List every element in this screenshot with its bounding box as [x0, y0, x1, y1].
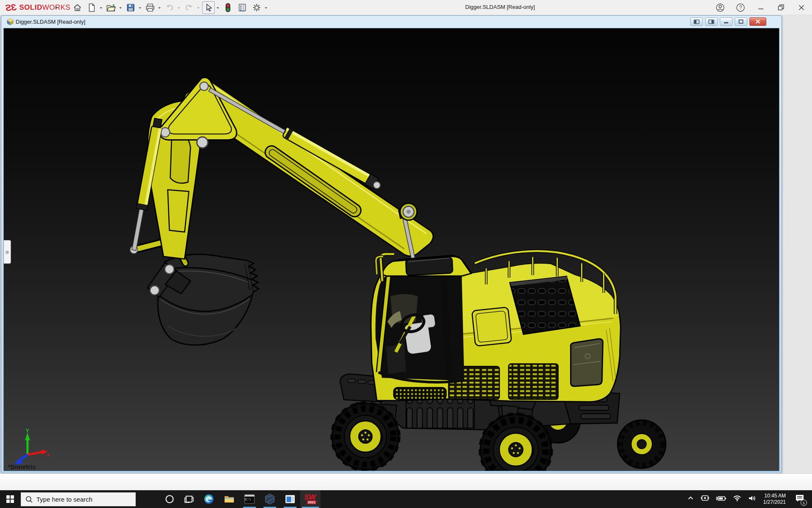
hexagon-app-icon — [264, 493, 276, 505]
right-pane-icon — [708, 19, 714, 24]
document-window: Digger.SLDASM [Read-only] — [1, 15, 782, 473]
tray-volume-button[interactable] — [748, 495, 757, 503]
open-button[interactable] — [105, 1, 118, 14]
save-icon — [126, 3, 135, 12]
command-prompt-label: C:\ — [245, 497, 251, 501]
undo-icon — [165, 3, 175, 12]
minimize-button[interactable] — [754, 1, 768, 14]
wheel-far-rear[interactable] — [617, 420, 666, 468]
windows-logo-icon — [6, 495, 14, 503]
doc-close-button[interactable] — [749, 17, 766, 26]
assembly-file-icon — [6, 18, 14, 26]
taskbar-app-window[interactable] — [280, 490, 300, 508]
redo-dropdown[interactable] — [197, 7, 200, 10]
solidworks-logo-mark: ЗS — [5, 2, 17, 13]
open-icon — [106, 3, 116, 12]
taskbar-clock[interactable]: 10:45 AM 1/27/2021 — [763, 493, 786, 505]
cylinder-pin — [373, 182, 380, 188]
print-icon — [145, 3, 155, 12]
options-dropdown[interactable] — [265, 7, 267, 10]
select-cursor-icon — [204, 3, 213, 12]
svg-text:?: ? — [739, 5, 742, 11]
undo-button[interactable] — [163, 1, 176, 14]
doc-maximize-button[interactable] — [735, 17, 747, 26]
taskbar-app-file-explorer[interactable] — [219, 490, 239, 508]
close-icon — [798, 5, 804, 11]
taskbar: Type here to search C:\ SW 2021 — [0, 490, 812, 508]
task-view-button[interactable] — [179, 490, 199, 508]
account-icon — [716, 3, 725, 12]
notification-badge: 1 — [801, 500, 807, 506]
tray-battery-button[interactable] — [716, 495, 726, 503]
model-canvas[interactable] — [4, 28, 779, 471]
select-tool-button[interactable] — [202, 1, 215, 14]
print-dropdown[interactable] — [158, 7, 161, 10]
task-properties-button[interactable] — [236, 1, 249, 14]
cab[interactable] — [376, 254, 471, 382]
wheel-rear-right[interactable] — [480, 414, 551, 471]
restore-button[interactable] — [774, 1, 788, 14]
tray-wifi-button[interactable] — [733, 495, 741, 503]
graphics-viewport[interactable]: Y x *Dimetric — [3, 28, 779, 471]
doc-minimize-button[interactable] — [720, 17, 732, 26]
new-document-button[interactable] — [85, 1, 98, 14]
tray-chevron-button[interactable] — [687, 495, 694, 503]
orientation-triad: Y x — [11, 428, 49, 469]
left-pane-toggle-button[interactable] — [690, 17, 703, 26]
status-bar — [0, 473, 812, 490]
taskbar-app-command-prompt[interactable]: C:\ — [239, 490, 260, 508]
solidworks-logo: ЗS SOLID WORKS — [6, 3, 71, 13]
wheel-front-left[interactable] — [332, 403, 399, 470]
rebuild-traffic-light-icon — [225, 3, 231, 13]
wifi-icon — [733, 495, 741, 502]
help-button[interactable]: ? — [733, 1, 748, 14]
account-button[interactable] — [713, 1, 727, 14]
app-window-title: Digger.SLDASM [Read-only] — [465, 4, 535, 10]
undo-dropdown[interactable] — [178, 7, 180, 10]
doc-maximize-icon — [738, 19, 743, 24]
file-explorer-icon — [224, 494, 235, 505]
step-strip — [394, 387, 446, 399]
menu-flyout-arrow[interactable]: ▸ — [55, 4, 58, 10]
options-button[interactable] — [250, 1, 263, 14]
edge-icon — [203, 494, 214, 505]
save-button[interactable] — [124, 1, 137, 14]
feature-tree-collapsed-tab[interactable] — [4, 240, 11, 264]
home-icon — [73, 3, 82, 12]
print-button[interactable] — [144, 1, 156, 14]
taskbar-app-solidworks[interactable]: SW 2021 — [300, 490, 321, 508]
triad-y-label: Y — [26, 428, 29, 434]
app-titlebar: ЗS SOLID WORKS ▸ — [0, 0, 812, 15]
left-pane-icon — [694, 19, 700, 24]
open-dropdown[interactable] — [119, 7, 122, 10]
tray-cast-button[interactable] — [701, 494, 709, 504]
restore-icon — [778, 4, 785, 11]
task-properties-icon — [238, 3, 247, 12]
select-tool-dropdown[interactable] — [217, 7, 219, 10]
triad-x-label: x — [47, 452, 49, 457]
side-grille-right — [509, 364, 558, 399]
new-document-dropdown[interactable] — [100, 7, 102, 10]
right-pane-toggle-button[interactable] — [705, 17, 718, 26]
task-view-icon — [184, 494, 194, 504]
speaker-icon — [748, 495, 757, 502]
clock-date: 1/27/2021 — [763, 499, 786, 505]
rebuild-button[interactable] — [222, 1, 234, 14]
document-titlebar[interactable]: Digger.SLDASM [Read-only] — [1, 16, 782, 28]
pane-tab-handle — [5, 251, 9, 254]
taskbar-search-input[interactable]: Type here to search — [21, 492, 136, 506]
action-center-button[interactable]: 1 — [795, 494, 804, 504]
start-button[interactable] — [0, 490, 20, 508]
battery-charging-icon — [716, 495, 726, 502]
cortana-button[interactable] — [160, 490, 179, 508]
taskbar-app-hexagon[interactable] — [260, 490, 280, 508]
doc-close-icon — [755, 19, 760, 24]
new-document-icon — [88, 3, 96, 12]
chevron-up-icon — [687, 495, 694, 502]
redo-button[interactable] — [183, 1, 195, 14]
taskbar-app-edge[interactable] — [199, 490, 219, 508]
save-dropdown[interactable] — [139, 7, 141, 10]
cast-icon — [701, 494, 709, 502]
close-button[interactable] — [794, 1, 809, 14]
home-button[interactable] — [71, 1, 84, 14]
